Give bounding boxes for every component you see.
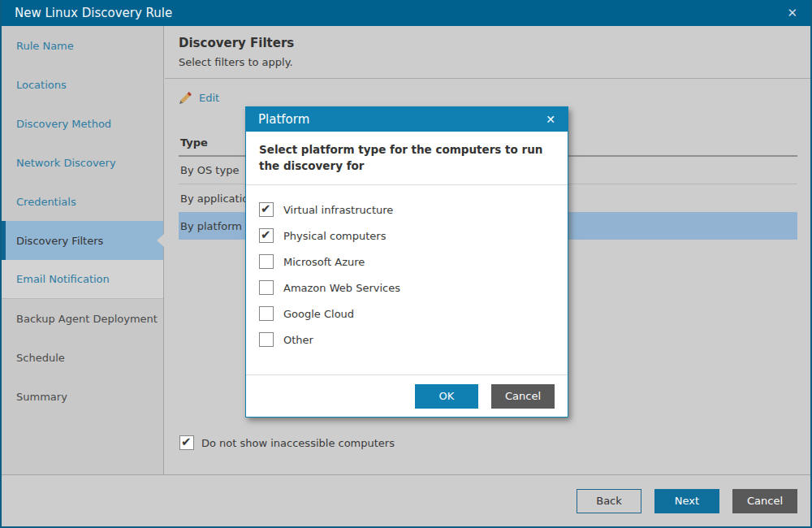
sidebar-item-credentials[interactable]: Credentials [2,182,163,221]
option-label: Other [283,334,313,346]
sidebar-item-schedule: Schedule [2,338,163,377]
option-physical-computers[interactable]: Physical computers [259,223,555,249]
wizard-window: New Linux Discovery Rule ✕ Rule Name Loc… [0,0,812,528]
option-label: Microsoft Azure [283,256,365,268]
option-label: Google Cloud [283,308,354,320]
google-cloud-checkbox[interactable] [259,306,274,321]
platform-dialog-footer: OK Cancel [246,374,568,417]
sidebar-item-label: Locations [16,79,67,91]
wizard-footer: Back Next Cancel [2,474,810,526]
option-amazon-web-services[interactable]: Amazon Web Services [259,275,555,301]
table-cell: By application [180,193,255,205]
microsoft-azure-checkbox[interactable] [259,254,274,269]
sidebar-item-label: Email Notification [16,273,110,285]
sidebar-item-discovery-filters[interactable]: Discovery Filters [2,221,163,260]
content-header: Discovery Filters Select filters to appl… [165,26,810,79]
option-label: Virtual infrastructure [283,204,393,216]
other-checkbox[interactable] [259,332,274,347]
physical-computers-checkbox[interactable] [259,228,274,243]
next-button[interactable]: Next [654,489,719,513]
option-label: Physical computers [283,230,386,242]
hide-inaccessible-checkbox-row[interactable]: Do not show inaccessible computers [179,435,395,450]
option-virtual-infrastructure[interactable]: Virtual infrastructure [259,197,555,223]
sidebar-item-label: Discovery Filters [16,235,103,247]
option-google-cloud[interactable]: Google Cloud [259,301,555,327]
platform-dialog-title: Platform [258,112,309,127]
wizard-steps-sidebar: Rule Name Locations Discovery Method Net… [2,26,164,474]
sidebar-item-label: Discovery Method [16,118,111,130]
virtual-infrastructure-checkbox[interactable] [259,202,274,217]
sidebar-item-discovery-method[interactable]: Discovery Method [2,104,163,143]
platform-dialog-close-icon[interactable]: ✕ [546,114,555,125]
dialog-cancel-button[interactable]: Cancel [491,384,555,409]
platform-dialog: Platform ✕ Select platform type for the … [245,106,568,418]
sidebar-item-label: Summary [16,391,67,403]
back-button[interactable]: Back [577,489,641,513]
sidebar-item-backup-agent-deployment: Backup Agent Deployment [2,299,163,338]
edit-button-label: Edit [199,92,219,104]
platform-dialog-header: Platform ✕ [246,107,568,132]
table-cell: By platform [180,220,242,232]
option-label: Amazon Web Services [283,282,400,294]
ok-button[interactable]: OK [415,384,478,409]
sidebar-item-rule-name[interactable]: Rule Name [2,26,163,65]
table-cell: By OS type [180,164,239,176]
page-subtitle: Select filters to apply. [179,56,797,68]
platform-dialog-description: Select platform type for the computers t… [246,132,568,185]
sidebar-item-label: Rule Name [16,40,74,52]
pencil-icon [179,91,192,105]
page-title: Discovery Filters [179,36,797,50]
sidebar-item-label: Network Discovery [16,157,116,169]
sidebar-item-network-discovery[interactable]: Network Discovery [2,143,163,182]
title-bar: New Linux Discovery Rule ✕ [2,0,810,26]
sidebar-item-email-notification[interactable]: Email Notification [2,260,163,299]
amazon-web-services-checkbox[interactable] [259,280,274,295]
edit-button[interactable]: Edit [179,91,219,105]
hide-inaccessible-checkbox[interactable] [179,435,194,450]
sidebar-item-locations[interactable]: Locations [2,65,163,104]
hide-inaccessible-label: Do not show inaccessible computers [201,437,395,449]
sidebar-item-summary: Summary [2,377,163,416]
cancel-button[interactable]: Cancel [732,489,797,513]
sidebar-item-label: Credentials [16,196,76,208]
sidebar-item-label: Backup Agent Deployment [16,313,158,325]
option-other[interactable]: Other [259,327,555,353]
option-microsoft-azure[interactable]: Microsoft Azure [259,249,555,275]
platform-options-list: Virtual infrastructure Physical computer… [246,185,568,374]
window-title: New Linux Discovery Rule [15,6,172,20]
window-close-icon[interactable]: ✕ [787,7,797,19]
sidebar-item-label: Schedule [16,352,65,364]
